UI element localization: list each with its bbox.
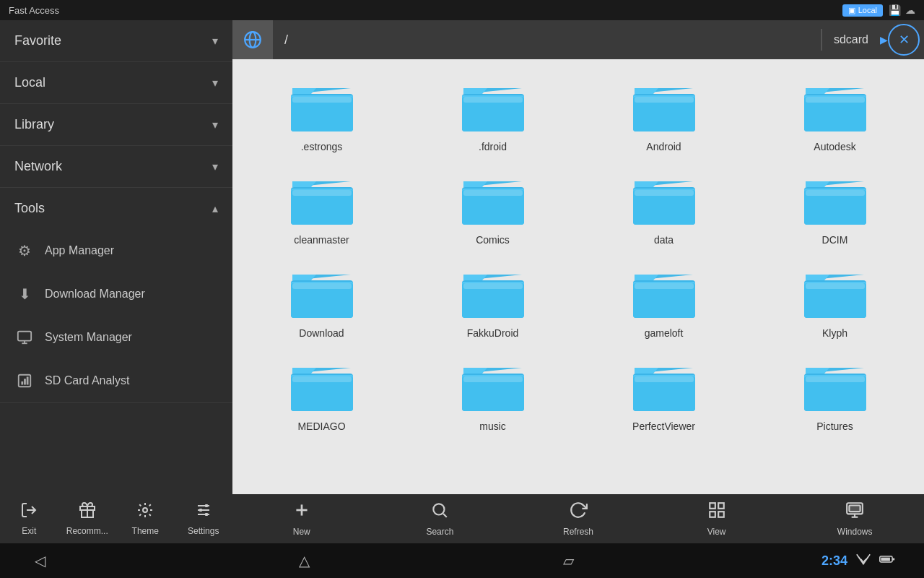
bottom-toolbar: New Search Refresh xyxy=(232,494,924,543)
svg-rect-63 xyxy=(292,283,352,289)
file-grid: .estrongs xyxy=(232,59,924,494)
chevron-down-icon: ▾ xyxy=(212,34,218,48)
sidebar-item-library[interactable]: Library ▾ xyxy=(0,104,232,145)
theme-icon xyxy=(136,501,154,523)
status-bar-right: ▣ Local 💾 ☁ xyxy=(842,4,915,17)
app-manager-label: App Manager xyxy=(45,244,114,257)
close-button[interactable]: ✕ xyxy=(888,24,920,56)
folder-item[interactable]: .estrongs xyxy=(240,74,404,160)
chevron-down-icon-local: ▾ xyxy=(212,76,218,90)
new-button[interactable]: New xyxy=(232,494,371,543)
folder-item[interactable]: PerfectViewer xyxy=(582,353,746,439)
folder-item[interactable]: .fdroid xyxy=(411,74,575,160)
recents-button[interactable]: ▱ xyxy=(557,546,580,575)
windows-label: Windows xyxy=(837,527,873,537)
recommend-button[interactable]: Recomm... xyxy=(58,494,117,543)
folder-icon xyxy=(461,267,526,322)
folder-name: gameloft xyxy=(645,327,684,339)
sidebar-item-sd-card-analyst[interactable]: SD Card Analyst xyxy=(0,359,232,402)
main-layout: Favorite ▾ Local ▾ Library ▾ Network ▾ xyxy=(0,20,924,494)
settings-button[interactable]: Settings xyxy=(175,494,233,543)
exit-button[interactable]: Exit xyxy=(0,494,58,543)
path-slash: / xyxy=(284,33,288,48)
folder-name: music xyxy=(479,420,506,432)
svg-point-118 xyxy=(434,504,445,514)
exit-icon xyxy=(20,501,38,523)
folder-name: FakkuDroid xyxy=(467,327,519,339)
nav-bar: ◁ △ ▱ 2:34 xyxy=(0,543,924,578)
svg-rect-81 xyxy=(806,283,865,289)
folder-name: MEDIAGO xyxy=(297,420,345,432)
folder-icon xyxy=(632,361,697,415)
sidebar-section-library: Library ▾ xyxy=(0,104,232,146)
svg-point-109 xyxy=(143,508,147,512)
recommend-label: Recomm... xyxy=(66,526,108,536)
sidebar-item-local[interactable]: Local ▾ xyxy=(0,62,232,103)
windows-button[interactable]: Windows xyxy=(785,494,924,543)
svg-rect-99 xyxy=(635,376,694,382)
view-button[interactable]: View xyxy=(648,494,786,543)
folder-name: cleanmaster xyxy=(294,234,349,246)
system-manager-label: System Manager xyxy=(45,331,132,344)
svg-rect-87 xyxy=(292,376,352,382)
svg-rect-39 xyxy=(292,190,352,196)
battery-icon xyxy=(879,554,895,567)
folder-name: Pictures xyxy=(816,420,853,432)
download-manager-icon: ⬇ xyxy=(14,284,35,304)
svg-rect-15 xyxy=(292,97,352,103)
chevron-down-icon-network: ▾ xyxy=(212,160,218,173)
folder-icon xyxy=(632,267,697,322)
svg-rect-113 xyxy=(205,504,208,507)
sidebar-item-system-manager[interactable]: System Manager xyxy=(0,316,232,359)
svg-line-119 xyxy=(443,514,447,517)
sidebar-item-tools[interactable]: Tools ▴ xyxy=(0,188,232,229)
folder-item[interactable]: MEDIAGO xyxy=(240,353,404,439)
folder-item[interactable]: Android xyxy=(582,74,746,160)
folder-item[interactable]: Autodesk xyxy=(753,74,917,160)
folder-item[interactable]: data xyxy=(582,167,746,253)
svg-rect-93 xyxy=(463,376,523,382)
globe-button[interactable] xyxy=(232,20,273,59)
system-manager-icon xyxy=(14,327,35,348)
folder-item[interactable]: Klyph xyxy=(753,260,917,346)
folder-name: Klyph xyxy=(822,327,847,339)
exit-label: Exit xyxy=(22,526,36,536)
folder-item[interactable]: Comics xyxy=(411,167,575,253)
home-button[interactable]: △ xyxy=(293,546,315,575)
svg-rect-115 xyxy=(205,513,208,516)
folder-name: DCIM xyxy=(822,234,848,246)
folder-icon xyxy=(289,361,354,415)
app-manager-icon: ⚙ xyxy=(14,241,35,261)
sidebar-item-network[interactable]: Network ▾ xyxy=(0,146,232,187)
folder-icon xyxy=(803,361,868,415)
svg-rect-5 xyxy=(24,379,26,384)
svg-rect-51 xyxy=(635,190,694,196)
folder-name: .fdroid xyxy=(479,141,507,152)
folder-item[interactable]: DCIM xyxy=(753,167,917,253)
back-button[interactable]: ◁ xyxy=(29,546,51,575)
folder-item[interactable]: cleanmaster xyxy=(240,167,404,253)
svg-rect-75 xyxy=(635,283,694,289)
folder-item[interactable]: FakkuDroid xyxy=(411,260,575,346)
folder-item[interactable]: gameloft xyxy=(582,260,746,346)
folder-item[interactable]: Download xyxy=(240,260,404,346)
sidebar: Favorite ▾ Local ▾ Library ▾ Network ▾ xyxy=(0,20,232,494)
sidebar-item-download-manager[interactable]: ⬇ Download Manager xyxy=(0,272,232,316)
theme-label: Theme xyxy=(132,526,159,536)
folder-item[interactable]: music xyxy=(411,353,575,439)
refresh-button[interactable]: Refresh xyxy=(509,494,648,543)
svg-rect-27 xyxy=(635,97,694,103)
svg-rect-122 xyxy=(710,512,715,517)
sidebar-item-app-manager[interactable]: ⚙ App Manager xyxy=(0,229,232,272)
path-sdcard: sdcard xyxy=(822,33,880,46)
search-button[interactable]: Search xyxy=(371,494,510,543)
new-label: New xyxy=(293,527,310,537)
plus-icon xyxy=(292,501,311,524)
folder-name: Comics xyxy=(476,234,510,246)
theme-button[interactable]: Theme xyxy=(116,494,175,543)
svg-rect-131 xyxy=(892,558,894,560)
sidebar-item-favorite[interactable]: Favorite ▾ xyxy=(0,20,232,61)
folder-item[interactable]: Pictures xyxy=(753,353,917,439)
sidebar-section-tools: Tools ▴ ⚙ App Manager ⬇ Download Manager xyxy=(0,188,232,403)
nav-bar-right: 2:34 xyxy=(821,553,895,569)
